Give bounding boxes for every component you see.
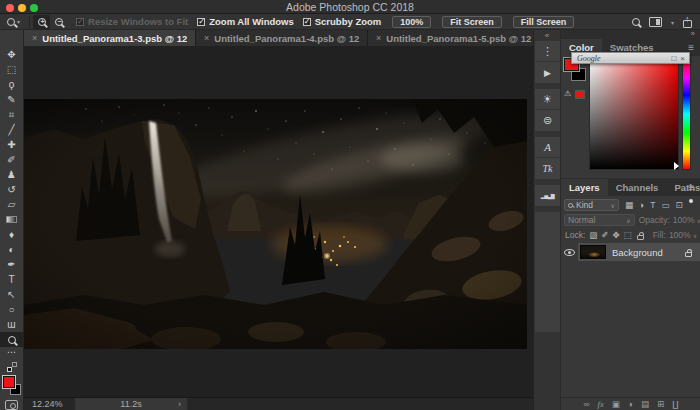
search-icon[interactable] [632, 18, 640, 26]
layer-style-fx-icon[interactable]: fx [598, 399, 604, 409]
dodge-tool[interactable]: ◐ [0, 242, 23, 257]
blend-mode-dropdown[interactable]: Normal ∨ [564, 214, 635, 226]
lock-transparency-icon[interactable]: ▨ [589, 230, 597, 240]
layer-filter-kind-dropdown[interactable]: Kind ∨ [564, 199, 619, 211]
blend-mode-value: Normal [568, 215, 595, 225]
filter-shape-layers-icon[interactable]: ▭ [661, 200, 669, 210]
filter-toggle[interactable] [689, 199, 693, 203]
new-layer-icon[interactable]: ⊞ [657, 399, 664, 409]
close-icon[interactable]: × [204, 33, 209, 43]
filter-adjustment-layers-icon[interactable]: ◑ [639, 200, 644, 210]
pen-tool[interactable]: ✒ [0, 257, 23, 272]
zoom-tool-selected[interactable] [0, 332, 23, 347]
panel-menu-icon[interactable]: ≡ [688, 182, 694, 193]
share-icon[interactable] [683, 20, 692, 28]
crop-tool[interactable]: ⌗ [0, 107, 23, 122]
blur-tool[interactable]: ♦ [0, 227, 23, 242]
hue-slider[interactable] [682, 58, 691, 170]
lock-position-icon[interactable]: ✥ [612, 230, 619, 240]
actions-panel-icon[interactable]: ▶ [535, 62, 560, 83]
libraries-panel-icon[interactable]: ⊜ [535, 110, 560, 131]
filter-pixel-layers-icon[interactable]: ▦ [625, 200, 633, 210]
zoom-out-icon: − [55, 18, 63, 26]
histogram-panel-icon[interactable]: ▂▅▃▇ [535, 185, 560, 206]
layer-row-background[interactable]: Background [561, 243, 700, 261]
layer-name: Background [612, 247, 685, 258]
expand-dock-button[interactable]: » [691, 29, 695, 38]
glyphs-panel-icon[interactable]: Tk [535, 158, 560, 179]
opacity-value[interactable]: 100% [673, 215, 695, 225]
close-icon[interactable]: × [680, 54, 685, 63]
document-tab-3[interactable]: × Untitled_Panorama1-5.psb @ 12.2% (ra..… [368, 30, 540, 46]
gradient-tool[interactable] [0, 212, 23, 227]
status-bar: 12.24% 11.2s › [24, 397, 533, 410]
history-brush-tool[interactable]: ↺ [0, 182, 23, 197]
fill-value[interactable]: 100% [669, 230, 691, 240]
eyedropper-tool[interactable]: ╱ [0, 122, 23, 137]
collapse-dock-button[interactable]: « [534, 30, 560, 41]
close-icon[interactable]: × [376, 33, 381, 43]
lasso-tool[interactable]: ϙ [0, 77, 23, 92]
lock-artboard-icon[interactable]: ⬚ [624, 230, 632, 240]
zoom-all-windows-checkbox[interactable] [197, 18, 205, 26]
google-floating-window[interactable]: Google □ × [571, 52, 690, 64]
resize-windows-checkbox[interactable] [76, 18, 84, 26]
foreground-color-swatch[interactable] [3, 376, 15, 388]
filter-type-layers-icon[interactable]: T [650, 200, 655, 210]
close-icon[interactable]: × [32, 33, 37, 43]
layer-thumbnail[interactable] [580, 245, 606, 259]
quick-selection-tool[interactable]: ✎ [0, 92, 23, 107]
tab-layers[interactable]: Layers [561, 179, 608, 196]
document-tab-1[interactable]: × Untitled_Panorama1-3.psb @ 12.2% (RGB/… [24, 30, 196, 46]
lock-all-icon[interactable] [637, 235, 644, 240]
hand-tool[interactable]: ɯ [0, 317, 23, 332]
tab-title: Untitled_Panorama1-5.psb @ 12.2% (ra... [386, 33, 531, 44]
type-tool[interactable]: T [0, 272, 23, 287]
path-selection-tool[interactable]: ↖ [0, 287, 23, 302]
move-tool[interactable]: ✥ [0, 47, 23, 62]
document-tab-2[interactable]: × Untitled_Panorama1-4.psb @ 12.2% (La..… [196, 30, 368, 46]
layer-visibility-eye-icon[interactable] [564, 249, 575, 256]
character-styles-panel-icon[interactable]: A [535, 137, 560, 158]
fit-screen-button[interactable]: Fit Screen [442, 16, 502, 28]
brush-tool[interactable]: ✐ [0, 152, 23, 167]
default-colors-icon[interactable] [7, 362, 17, 372]
zoom-in-button[interactable]: + [33, 15, 50, 29]
saturation-brightness-picker[interactable] [589, 58, 679, 170]
maximize-icon[interactable]: □ [671, 54, 676, 63]
color-swatches[interactable] [3, 376, 21, 395]
zoom-out-button[interactable]: − [50, 15, 67, 29]
add-mask-icon[interactable]: ▣ [612, 399, 620, 409]
hue-slider-handle[interactable] [674, 162, 679, 170]
marquee-tool[interactable]: ⬚ [0, 62, 23, 77]
new-group-icon[interactable]: ▤ [641, 399, 649, 409]
link-layers-icon[interactable]: ∞ [584, 399, 590, 409]
zoom-level-field[interactable]: 12.24% [32, 399, 63, 409]
adjustments-panel-icon[interactable]: ☀ [535, 89, 560, 110]
workspace-icon[interactable] [649, 17, 662, 27]
status-chevron-icon[interactable]: › [178, 398, 181, 410]
healing-brush-tool[interactable]: ✚ [0, 137, 23, 152]
clone-stamp-tool[interactable]: ♟ [0, 167, 23, 182]
document-image[interactable] [24, 99, 527, 349]
status-info[interactable]: 11.2s › [75, 398, 187, 410]
scrubby-zoom-checkbox[interactable] [303, 18, 311, 26]
ellipse-tool[interactable]: ○ [0, 302, 23, 317]
quick-mask-button[interactable] [5, 400, 18, 410]
delete-layer-icon[interactable]: ∐ [672, 399, 678, 409]
fill-screen-button[interactable]: Fill Screen [513, 16, 575, 28]
new-adjustment-layer-icon[interactable]: ◑ [628, 399, 633, 409]
edit-toolbar-button[interactable]: ⋯ [7, 347, 16, 359]
brush-settings-panel-icon[interactable]: ⋮ [535, 41, 560, 62]
tab-paths[interactable]: Paths [666, 179, 700, 196]
eraser-tool[interactable]: ▱ [0, 197, 23, 212]
tool-preset-dropdown[interactable]: ▾ [0, 18, 26, 26]
tab-channels[interactable]: Channels [608, 179, 667, 196]
gamut-warning-icon[interactable]: ⚠ [564, 89, 571, 98]
workspace-chevron-icon[interactable]: ▾ [671, 19, 674, 26]
filter-smart-objects-icon[interactable]: ⊡ [675, 200, 682, 210]
gamut-color-swatch[interactable] [575, 90, 585, 99]
canvas-area[interactable] [24, 46, 533, 397]
lock-pixels-icon[interactable]: ✐ [601, 230, 608, 240]
zoom-100-button[interactable]: 100% [392, 16, 431, 28]
